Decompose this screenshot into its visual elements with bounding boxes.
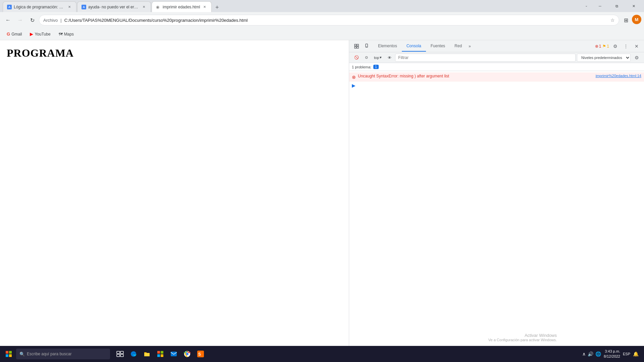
page-content: PROGRAMA	[0, 40, 349, 362]
devtools-inspect-button[interactable]	[352, 42, 361, 51]
console-filter-toggle[interactable]: ⊙	[363, 54, 370, 62]
svg-rect-14	[157, 351, 160, 354]
devtools-header: Elementos Consola Fuentes Red » ⊗ 1 ⚑ 1	[349, 40, 644, 52]
tab-1-favicon: A	[7, 5, 12, 9]
tab-3[interactable]: ◉ imprimir edades.html ✕	[152, 1, 212, 12]
console-filter-input[interactable]	[395, 54, 576, 62]
activate-windows-title: Activar Windows	[488, 333, 557, 338]
chevron-up-icon[interactable]: ∧	[582, 351, 586, 357]
clock-time: 3:43 p.m.	[604, 349, 620, 354]
taskbar-store[interactable]	[154, 348, 166, 360]
error-icon-small: ⊗	[595, 44, 598, 49]
page-heading: PROGRAMA	[7, 47, 342, 59]
bookmark-gmail[interactable]: G Gmail	[4, 30, 24, 38]
console-eye-button[interactable]: 👁	[385, 54, 394, 62]
tab-3-close[interactable]: ✕	[202, 4, 207, 10]
maps-icon: 🗺	[59, 32, 63, 37]
devtools-tabs: Elementos Consola Fuentes Red »	[373, 41, 594, 52]
notification-icon[interactable]: 🔔	[633, 351, 639, 357]
warn-count-value: 1	[607, 44, 609, 49]
svg-rect-8	[6, 354, 8, 357]
bookmark-star-icon[interactable]: ☆	[610, 17, 615, 23]
console-levels-dropdown[interactable]: Niveles predeterminados	[577, 54, 631, 62]
tab-3-favicon: ◉	[156, 5, 161, 9]
taskbar-mail[interactable]	[168, 348, 180, 360]
activate-windows-subtitle: Ve a Configuración para activar Windows.	[488, 338, 557, 342]
close-button[interactable]: ✕	[626, 1, 641, 11]
activate-windows-notice: Activar Windows Ve a Configuración para …	[488, 333, 557, 342]
svg-rect-13	[120, 354, 123, 357]
devtools-close-button[interactable]: ✕	[632, 42, 641, 51]
tab-2-title: ayuda- no puedo ver el error de	[88, 5, 139, 9]
extensions-button[interactable]: ⊞	[621, 15, 631, 25]
tab-1-close[interactable]: ✕	[67, 4, 72, 10]
tab-strip-menu[interactable]: ⌄	[585, 4, 590, 8]
devtools-tab-consola[interactable]: Consola	[402, 41, 426, 52]
maps-label: Maps	[64, 32, 74, 37]
bookmark-maps[interactable]: 🗺 Maps	[56, 31, 76, 38]
console-top-dropdown[interactable]: top ▾	[372, 54, 384, 62]
error-message: Uncaught SyntaxError: missing ) after ar…	[358, 74, 594, 78]
nav-actions: ⊞ M	[621, 15, 641, 25]
gmail-icon: G	[7, 32, 10, 37]
content-area: PROGRAMA	[0, 40, 644, 362]
devtools-panel: Elementos Consola Fuentes Red » ⊗ 1 ⚑ 1	[349, 40, 644, 362]
back-button[interactable]: ←	[3, 15, 13, 25]
tab-2[interactable]: A ayuda- no puedo ver el error de ✕	[77, 1, 151, 12]
youtube-label: YouTube	[35, 32, 50, 37]
svg-rect-10	[117, 351, 120, 354]
svg-rect-17	[161, 354, 163, 357]
bookmarks-bar: G Gmail ▶ YouTube 🗺 Maps	[0, 28, 644, 40]
bookmark-youtube[interactable]: ▶ YouTube	[27, 30, 53, 38]
svg-rect-12	[117, 354, 120, 357]
start-button[interactable]	[3, 348, 15, 360]
console-clear-button[interactable]: 🚫	[352, 54, 361, 62]
taskbar-chrome[interactable]	[181, 348, 193, 360]
taskbar-file-explorer[interactable]	[141, 348, 153, 360]
forward-button[interactable]: →	[15, 15, 25, 25]
devtools-mobile-button[interactable]	[363, 42, 372, 51]
system-clock[interactable]: 3:43 p.m. 8/12/2022	[604, 349, 620, 359]
devtools-settings-button[interactable]: ⚙	[610, 42, 620, 51]
address-bar[interactable]: Archivo | C:/Users/TAPIAS%20MENGUAL/Docu…	[39, 15, 619, 25]
top-dropdown-label: top	[374, 56, 379, 60]
tab-1[interactable]: A Lógica de programación: Primer... ✕	[3, 1, 76, 12]
youtube-icon: ▶	[30, 32, 33, 37]
address-text: C:/Users/TAPIAS%20MENGUAL/Documents/curs…	[64, 18, 608, 23]
new-tab-button[interactable]: +	[212, 3, 222, 12]
network-icon[interactable]: 🌐	[595, 351, 601, 357]
console-toolbar: 🚫 ⊙ top ▾ 👁 Niveles predeterminados ⚙	[349, 52, 644, 63]
devtools-tab-elementos[interactable]: Elementos	[373, 41, 402, 52]
taskbar: 🔍 Escribe aquí para buscar	[0, 346, 644, 362]
taskbar-search-box[interactable]: 🔍 Escribe aquí para buscar	[16, 349, 110, 359]
tab-3-title: imprimir edades.html	[163, 5, 200, 9]
tab-2-close[interactable]: ✕	[141, 4, 147, 10]
svg-rect-18	[171, 352, 177, 356]
svg-rect-9	[9, 354, 12, 357]
nav-bar: ← → ↻ Archivo | C:/Users/TAPIAS%20MENGUA…	[0, 12, 644, 28]
devtools-more-tabs[interactable]: »	[467, 41, 473, 51]
console-expand-row[interactable]: ▶	[349, 81, 644, 89]
devtools-header-right: ⊗ 1 ⚑ 1 ⚙ ⋮ ✕	[595, 42, 641, 51]
error-source-link[interactable]: imprimir%20edades.html:14	[596, 74, 641, 78]
error-count-value: 1	[599, 44, 601, 49]
svg-rect-0	[355, 44, 356, 46]
problems-info-badge: 1	[373, 65, 379, 69]
error-count-badge: ⊗ 1	[595, 44, 601, 49]
language-indicator: ESP	[623, 352, 630, 356]
taskbar-edge-browser[interactable]	[127, 348, 140, 360]
taskbar-task-view[interactable]	[114, 348, 126, 360]
devtools-tab-fuentes[interactable]: Fuentes	[426, 41, 450, 52]
profile-button[interactable]: M	[632, 15, 641, 24]
address-prefix: Archivo	[43, 18, 58, 23]
devtools-more-button[interactable]: ⋮	[621, 42, 631, 51]
address-separator: |	[60, 18, 61, 23]
console-settings-button[interactable]: ⚙	[632, 53, 641, 62]
minimize-button[interactable]: ─	[592, 1, 608, 11]
devtools-tab-red[interactable]: Red	[450, 41, 467, 52]
restore-button[interactable]: ⧉	[609, 1, 625, 11]
taskbar-sublime[interactable]: S	[195, 348, 207, 360]
speaker-icon[interactable]: 🔊	[588, 351, 593, 357]
expand-arrow-icon: ▶	[352, 83, 356, 88]
refresh-button[interactable]: ↻	[27, 15, 38, 25]
